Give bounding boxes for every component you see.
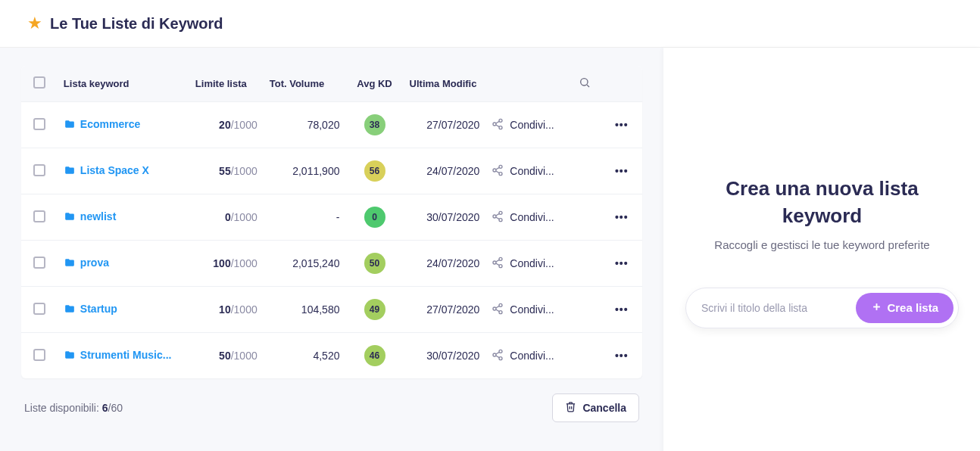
volume-cell: 104,580 [264,287,346,333]
limit-total: /1000 [231,350,257,362]
svg-line-26 [496,306,500,308]
kd-badge: 50 [364,253,385,274]
share-button[interactable]: Condivi... [492,303,562,317]
share-button[interactable]: Condivi... [492,349,562,363]
svg-line-15 [496,217,500,219]
modified-date: 24/07/2020 [404,148,486,194]
col-header-name[interactable]: Lista keyword [58,66,189,102]
col-header-kd[interactable]: Avg KD [345,66,403,102]
share-label: Condivi... [510,350,554,362]
table-row: newlist0/1000-030/07/2020Condivi...••• [21,194,642,241]
table-scroll[interactable]: Lista keyword Limite lista Tot. Volume A… [21,66,642,378]
svg-line-30 [496,356,500,358]
svg-line-25 [496,309,500,312]
svg-line-21 [496,260,500,262]
table-row: Startup10/1000104,5804927/07/2020Condivi… [21,287,642,333]
more-actions-icon[interactable]: ••• [615,257,629,269]
select-all-checkbox[interactable] [33,76,45,89]
limit-total: /1000 [231,119,257,131]
svg-point-8 [493,169,496,172]
svg-point-27 [499,350,502,353]
volume-cell: 2,015,240 [264,241,346,287]
row-checkbox[interactable] [33,118,45,130]
limit-used: 20 [219,119,231,131]
share-icon [492,118,504,132]
folder-icon [64,119,76,132]
row-checkbox[interactable] [33,257,45,269]
list-name-link[interactable]: Lista Space X [80,164,149,176]
search-icon[interactable] [579,79,591,91]
kd-badge: 0 [364,207,385,228]
volume-cell: 78,020 [264,102,346,148]
share-label: Condivi... [510,165,554,177]
volume-cell: 2,011,900 [264,148,346,194]
limit-used: 0 [225,211,231,223]
limit-total: /1000 [231,165,257,177]
row-checkbox[interactable] [33,210,45,222]
create-list-button[interactable]: Crea lista [856,293,953,323]
kd-badge: 38 [364,114,385,135]
row-checkbox[interactable] [33,349,45,361]
svg-point-22 [499,303,502,306]
keyword-lists-table: Lista keyword Limite lista Tot. Volume A… [21,66,642,378]
table-row: Strumenti Music...50/10004,5204630/07/20… [21,333,642,379]
list-name-link[interactable]: Strumenti Music... [80,349,172,361]
svg-point-24 [499,310,502,313]
limit-used: 55 [219,165,231,177]
available-lists-text: Liste disponibili: 6/60 [24,402,123,414]
create-list-input-row: Crea lista [685,288,959,328]
limit-total: /1000 [231,257,257,269]
svg-line-20 [496,263,500,266]
modified-date: 30/07/2020 [404,333,486,379]
page-header: ★ Le Tue Liste di Keyword [0,0,980,48]
folder-icon [64,350,76,362]
kd-badge: 49 [364,299,385,320]
share-button[interactable]: Condivi... [492,210,562,225]
share-label: Condivi... [510,119,554,131]
svg-line-10 [496,171,500,173]
available-total: /60 [108,402,123,414]
col-header-modified[interactable]: Ultima Modific [404,66,486,102]
create-panel-subtitle: Raccogli e gestisci le tue keyword prefe… [714,238,929,251]
page-title: Le Tue Liste di Keyword [50,15,223,33]
svg-point-28 [493,353,496,356]
more-actions-icon[interactable]: ••• [615,303,629,316]
folder-icon [64,257,76,270]
more-actions-icon[interactable]: ••• [615,350,629,362]
modified-date: 27/07/2020 [404,287,486,333]
list-name-link[interactable]: Ecommerce [80,118,140,130]
svg-point-12 [499,211,502,214]
folder-icon [64,303,76,316]
svg-point-19 [499,264,502,267]
col-header-volume[interactable]: Tot. Volume [264,66,346,102]
list-name-link[interactable]: prova [80,257,109,269]
folder-icon [64,211,76,224]
share-icon [492,164,504,179]
col-header-limit[interactable]: Limite lista [189,66,264,102]
list-name-link[interactable]: Startup [80,303,117,315]
share-button[interactable]: Condivi... [492,118,562,132]
share-button[interactable]: Condivi... [492,164,562,179]
limit-total: /1000 [231,211,257,223]
share-button[interactable]: Condivi... [492,257,562,271]
svg-point-9 [499,172,502,175]
cancel-button[interactable]: Cancella [552,393,639,422]
more-actions-icon[interactable]: ••• [615,211,629,223]
more-actions-icon[interactable]: ••• [615,165,629,177]
svg-point-17 [499,257,502,260]
table-row: Lista Space X55/10002,011,9005624/07/202… [21,148,642,194]
svg-line-6 [496,121,500,123]
row-checkbox[interactable] [33,164,45,176]
limit-used: 50 [219,350,231,362]
modified-date: 30/07/2020 [404,194,486,241]
list-name-link[interactable]: newlist [80,210,116,222]
more-actions-icon[interactable]: ••• [615,119,629,131]
table-footer: Liste disponibili: 6/60 Cancella [21,378,642,422]
create-list-button-label: Crea lista [887,301,938,314]
list-title-input[interactable] [701,302,856,314]
svg-line-16 [496,213,500,216]
row-checkbox[interactable] [33,303,45,315]
share-label: Condivi... [510,257,554,269]
folder-icon [64,165,76,178]
create-panel-title: Crea una nuova lista keyword [685,176,959,229]
